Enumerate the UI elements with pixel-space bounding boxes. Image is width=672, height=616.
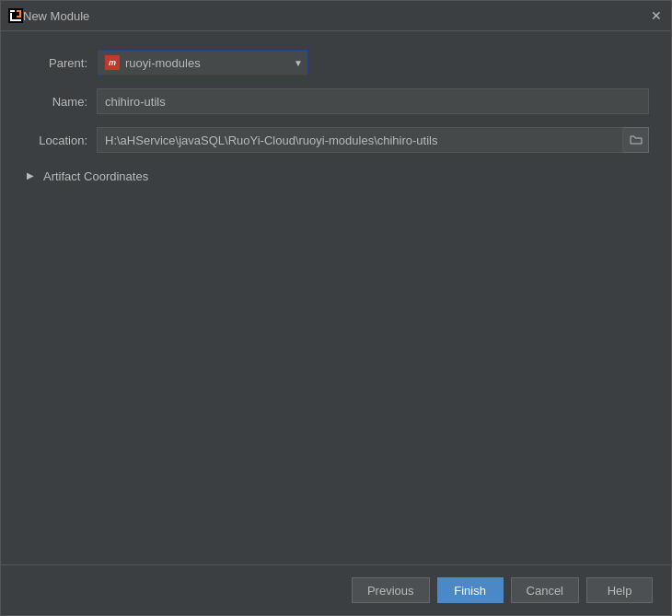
location-row: Location: bbox=[23, 127, 649, 153]
location-wrapper bbox=[97, 127, 649, 153]
maven-icon: m bbox=[105, 55, 120, 70]
help-button[interactable]: Help bbox=[586, 577, 653, 603]
cancel-button[interactable]: Cancel bbox=[511, 577, 579, 603]
name-row: Name: bbox=[23, 88, 649, 114]
dialog-content: Parent: m ruoyi-modules ▼ Name: Location… bbox=[1, 31, 671, 564]
intellij-logo-icon bbox=[8, 8, 23, 23]
svg-rect-1 bbox=[10, 10, 15, 12]
parent-value: ruoyi-modules bbox=[125, 56, 201, 70]
svg-rect-2 bbox=[10, 13, 12, 19]
artifact-section: ▶ Artifact Coordinates bbox=[23, 166, 649, 187]
name-input[interactable] bbox=[97, 88, 649, 114]
svg-rect-3 bbox=[17, 10, 21, 12]
expand-arrow-icon: ▶ bbox=[27, 170, 40, 183]
folder-icon bbox=[630, 134, 643, 145]
svg-rect-4 bbox=[19, 12, 21, 16]
close-button[interactable]: ✕ bbox=[649, 8, 664, 23]
dialog-title: New Module bbox=[23, 9, 649, 23]
previous-button[interactable]: Previous bbox=[352, 577, 430, 603]
artifact-coordinates-toggle[interactable]: ▶ Artifact Coordinates bbox=[27, 166, 649, 187]
location-browse-button[interactable] bbox=[623, 127, 649, 153]
parent-select[interactable]: m ruoyi-modules ▼ bbox=[97, 50, 308, 76]
footer: Previous Finish Cancel Help bbox=[1, 564, 671, 615]
title-bar: New Module ✕ bbox=[1, 1, 671, 31]
svg-rect-5 bbox=[17, 16, 21, 17]
artifact-coordinates-label: Artifact Coordinates bbox=[43, 169, 148, 183]
new-module-dialog: New Module ✕ Parent: m ruoyi-modules ▼ N… bbox=[0, 0, 672, 616]
location-input[interactable] bbox=[97, 127, 623, 153]
location-label: Location: bbox=[23, 134, 87, 147]
finish-button[interactable]: Finish bbox=[437, 577, 504, 603]
parent-row: Parent: m ruoyi-modules ▼ bbox=[23, 50, 649, 76]
name-input-wrapper bbox=[97, 88, 649, 114]
chevron-down-icon: ▼ bbox=[294, 58, 303, 68]
parent-label: Parent: bbox=[23, 56, 87, 70]
svg-rect-6 bbox=[10, 19, 21, 21]
name-label: Name: bbox=[23, 95, 87, 109]
parent-select-wrapper: m ruoyi-modules ▼ bbox=[97, 50, 308, 76]
